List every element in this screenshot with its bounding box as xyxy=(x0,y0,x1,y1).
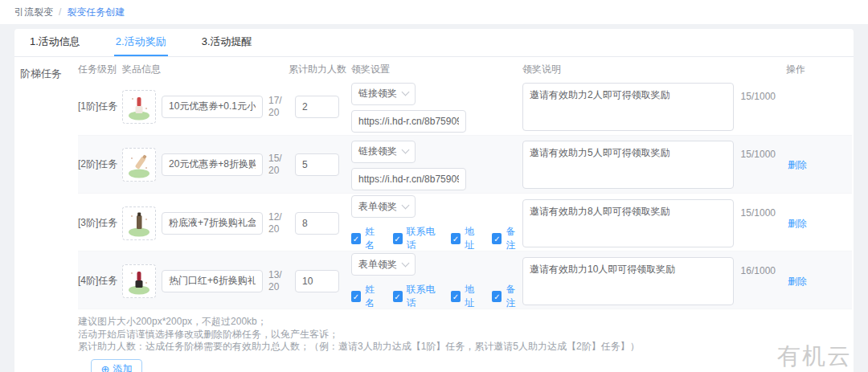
lipstick-image xyxy=(125,92,154,121)
header-claim-settings: 领奖设置 xyxy=(351,63,522,76)
form-field-checkboxes: 姓名 联系电话 地址 备注 xyxy=(351,283,522,310)
chevron-down-icon xyxy=(402,259,410,267)
main-card: 1.活动信息 2.活动奖励 3.活动提醒 阶梯任务 任务级别 奖品信息 累计助力… xyxy=(14,29,854,372)
hint-note: 建议图片大小200px*200px，不超过200kb； xyxy=(78,316,852,329)
add-task-label: 添加 xyxy=(113,362,132,372)
cream-tube-image xyxy=(125,150,154,179)
description-char-count: 15/1000 xyxy=(741,149,776,160)
plus-circle-icon: ⊕ xyxy=(101,364,110,372)
foundation-bottle-image xyxy=(125,209,154,238)
helpers-count-input[interactable] xyxy=(295,212,339,235)
claim-description-textarea[interactable]: 邀请有效助力10人即可得领取奖励 xyxy=(522,257,734,305)
claim-description-textarea[interactable]: 邀请有效助力5人即可得领取奖励 xyxy=(522,141,734,189)
tab-activity-reward[interactable]: 2.活动奖励 xyxy=(114,29,168,56)
tab-activity-reminder[interactable]: 3.活动提醒 xyxy=(200,29,254,56)
checkbox-name[interactable]: 姓名 xyxy=(351,283,382,310)
prize-image-upload[interactable] xyxy=(122,264,156,298)
prize-name-input[interactable] xyxy=(162,153,263,176)
checkbox-name[interactable]: 姓名 xyxy=(351,225,382,252)
table-row: [1阶]任务 17/20 xyxy=(78,78,852,136)
checked-checkbox-icon xyxy=(351,291,361,302)
checked-checkbox-icon xyxy=(492,291,502,302)
step-tabs: 1.活动信息 2.活动奖励 3.活动提醒 xyxy=(14,29,854,57)
delete-row-button[interactable]: 删除 xyxy=(788,159,807,170)
checked-checkbox-icon xyxy=(393,233,403,244)
prize-name-input[interactable] xyxy=(162,270,263,292)
hint-notes: 建议图片大小200px*200px，不超过200kb； 活动开始后请谨慎选择修改… xyxy=(78,316,852,354)
breadcrumb-separator: / xyxy=(59,6,61,18)
hint-note: 累计助力人数：达成任务阶梯需要的有效助力总人数；（例：邀请3人助力达成【1阶】任… xyxy=(78,341,852,354)
header-claim-description: 领奖说明 xyxy=(522,63,776,76)
claim-type-select[interactable]: 表单领奖 xyxy=(351,253,416,276)
prize-name-input[interactable] xyxy=(162,96,263,118)
tab-activity-info[interactable]: 1.活动信息 xyxy=(28,29,82,56)
helpers-count-input[interactable] xyxy=(295,270,339,292)
checked-checkbox-icon xyxy=(393,291,403,302)
prize-char-count: 15/20 xyxy=(268,153,287,177)
prize-char-count: 13/20 xyxy=(268,269,287,293)
task-level-label: [1阶]任务 xyxy=(78,100,122,113)
breadcrumb-parent[interactable]: 引流裂变 xyxy=(14,6,53,19)
claim-type-select[interactable]: 表单领奖 xyxy=(351,195,416,218)
claim-type-value: 表单领奖 xyxy=(358,200,397,214)
checked-checkbox-icon xyxy=(492,233,502,244)
helpers-count-input[interactable] xyxy=(295,96,339,118)
table-header-row: 任务级别 奖品信息 累计助力人数 领奖设置 领奖说明 操作 xyxy=(78,60,852,78)
task-table: 任务级别 奖品信息 累计助力人数 领奖设置 领奖说明 操作 [1阶]任务 xyxy=(78,60,852,372)
header-prize-info: 奖品信息 xyxy=(122,63,287,76)
checkbox-remark[interactable]: 备注 xyxy=(492,283,522,310)
checkbox-phone[interactable]: 联系电话 xyxy=(393,225,440,252)
chevron-down-icon xyxy=(402,88,410,96)
ladder-task-section: 阶梯任务 任务级别 奖品信息 累计助力人数 领奖设置 领奖说明 操作 [1阶]任… xyxy=(14,57,854,372)
table-row: [3阶]任务 12/20 xyxy=(78,194,852,251)
chevron-down-icon xyxy=(402,201,410,209)
checkbox-remark[interactable]: 备注 xyxy=(492,225,522,252)
claim-type-value: 表单领奖 xyxy=(358,258,397,272)
breadcrumb-current[interactable]: 裂变任务创建 xyxy=(67,6,125,19)
task-level-label: [4阶]任务 xyxy=(78,274,122,288)
checkbox-phone[interactable]: 联系电话 xyxy=(393,283,440,310)
claim-url-input[interactable] xyxy=(351,168,466,190)
page: { "breadcrumb": { "parent": "引流裂变", "sep… xyxy=(0,0,868,372)
checked-checkbox-icon xyxy=(451,291,461,302)
claim-description-textarea[interactable]: 邀请有效助力8人即可得领取奖励 xyxy=(522,199,734,247)
prize-image-upload[interactable] xyxy=(122,90,156,124)
description-char-count: 16/1000 xyxy=(741,265,776,276)
delete-row-button[interactable]: 删除 xyxy=(788,218,807,229)
section-label: 阶梯任务 xyxy=(20,60,78,372)
prize-image-upload[interactable] xyxy=(122,148,156,182)
description-char-count: 15/1000 xyxy=(741,91,776,102)
header-helpers-count: 累计助力人数 xyxy=(287,63,351,76)
description-char-count: 15/1000 xyxy=(741,207,776,219)
header-actions: 操作 xyxy=(776,63,852,76)
task-level-label: [3阶]任务 xyxy=(78,216,122,230)
chevron-down-icon xyxy=(402,146,410,154)
prize-name-input[interactable] xyxy=(162,212,263,235)
prize-char-count: 12/20 xyxy=(268,211,287,235)
dark-lipstick-image xyxy=(125,267,154,296)
form-field-checkboxes: 姓名 联系电话 地址 备注 xyxy=(351,225,522,252)
claim-type-select[interactable]: 链接领奖 xyxy=(351,83,416,105)
delete-row-button[interactable]: 删除 xyxy=(788,276,807,287)
checked-checkbox-icon xyxy=(351,233,361,244)
claim-description-textarea[interactable]: 邀请有效助力2人即可得领取奖励 xyxy=(522,83,734,131)
claim-type-value: 链接领奖 xyxy=(358,87,397,100)
task-level-label: [2阶]任务 xyxy=(78,157,122,171)
table-row: [2阶]任务 15/20 xyxy=(78,136,852,194)
breadcrumb: 引流裂变 / 裂变任务创建 xyxy=(0,0,868,24)
checked-checkbox-icon xyxy=(451,233,461,244)
helpers-count-input[interactable] xyxy=(295,153,339,176)
claim-url-input[interactable] xyxy=(351,110,466,133)
prize-char-count: 17/20 xyxy=(268,95,287,119)
checkbox-address[interactable]: 地址 xyxy=(451,225,481,252)
claim-type-select[interactable]: 链接领奖 xyxy=(351,141,416,163)
add-task-button[interactable]: ⊕ 添加 xyxy=(91,359,142,372)
checkbox-address[interactable]: 地址 xyxy=(451,283,481,310)
claim-type-value: 链接领奖 xyxy=(358,145,397,158)
header-task-level: 任务级别 xyxy=(78,63,122,76)
table-row: [4阶]任务 13/20 xyxy=(78,251,852,309)
prize-image-upload[interactable] xyxy=(122,206,156,240)
hint-note: 活动开始后请谨慎选择修改或删除阶梯任务，以免产生客诉； xyxy=(78,329,852,341)
